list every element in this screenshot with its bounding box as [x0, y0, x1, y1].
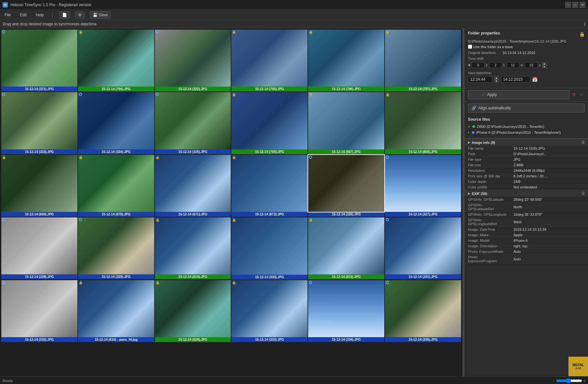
lock-icon-28: 🔒 — [232, 281, 236, 284]
image-info-header[interactable]: ▶ Image info (9) ☰ — [465, 139, 588, 146]
image-cell-29[interactable]: 15-12-14 (334).JPG — [308, 280, 384, 342]
align-auto-button[interactable]: 🔗 Align automatically — [468, 103, 585, 113]
image-cell-1[interactable]: 15-12-14 (321).JPG — [1, 30, 77, 91]
image-cell-10[interactable]: 🔒15-12-14 (708).JPG — [231, 92, 308, 154]
image-cell-17[interactable]: 15-12-14 (326).JPG — [308, 155, 384, 217]
time-up-btn[interactable]: ▲ — [494, 76, 499, 79]
toolbar-icon-btn[interactable]: 📄 — [59, 11, 70, 19]
title-bar: H Helicon TimeSync 1.0 Pro - Registered … — [0, 0, 588, 10]
time-down-btn[interactable]: ▼ — [494, 79, 499, 83]
lock-icon-4: 🔒 — [232, 30, 236, 34]
image-label-12: 15-12-14 (668).JPG — [385, 149, 461, 154]
image-label-20: 15-12-14 (329).JPG — [78, 274, 154, 279]
shift-down-btn[interactable]: ▼ — [542, 65, 547, 68]
image-cell-2[interactable]: 🔒15-12-14 (704).JPG — [78, 30, 154, 91]
time-shift-label: Time shift: — [468, 57, 585, 61]
image-grid: 15-12-14 (321).JPG🔒15-12-14 (704).JPG15-… — [1, 30, 461, 342]
image-info-table: File name15-12-14 (326).JPGPathD:\Photo\… — [465, 146, 588, 190]
app-icon: H — [3, 2, 8, 7]
image-cell-18[interactable]: 15-12-14 (327).JPG — [385, 155, 461, 217]
table-row: Image: MakeApple — [465, 232, 588, 238]
exif-info-header[interactable]: ▶ EXIF (59) ☰ — [465, 190, 588, 197]
image-label-13: 15-12-14 (669).JPG — [1, 212, 77, 217]
image-cell-15[interactable]: 🔒15-12-14 (671).JPG — [155, 155, 231, 217]
original-date-row: Original date/time 10:13:34 14.12.2015 — [468, 51, 585, 55]
image-cell-9[interactable]: 15-12-14 (325).JPG — [155, 92, 231, 154]
image-cell-28[interactable]: 🔒15-12-14 (333).JPG — [231, 280, 308, 342]
undo-btn[interactable]: ↩ — [578, 92, 585, 97]
window-controls[interactable]: ─ □ ✕ — [565, 2, 585, 8]
folder-properties-title: Folder properties — [468, 31, 500, 35]
maximize-button[interactable]: □ — [572, 2, 578, 8]
d800-expand-icon[interactable]: + — [468, 125, 470, 129]
image-cell-19[interactable]: 15-12-14 (328).JPG — [1, 217, 77, 279]
image-cell-5[interactable]: 🔒15-12-14 (706).JPG — [308, 30, 384, 91]
save-button[interactable]: 💾 Save — [90, 11, 111, 19]
shift-d-input[interactable]: 0 — [472, 62, 485, 68]
menu-edit[interactable]: Edit — [18, 11, 29, 19]
shift-h-input[interactable]: 2 — [489, 62, 502, 68]
d800-label: D800 (D:\Photo\Journeys\2015 - Tenerife\… — [477, 125, 544, 129]
image-cell-25[interactable]: 15-12-14 (332).JPG — [1, 280, 77, 342]
image-label-15: 15-12-14 (671).JPG — [155, 212, 231, 217]
image-cell-14[interactable]: 🔒15-12-14 (670).JPG — [78, 155, 154, 217]
time-spinners[interactable]: ▲ ▼ — [494, 76, 499, 83]
source-files-section: Source files + D800 (D:\Photo\Journeys\2… — [465, 115, 588, 138]
image-cell-12[interactable]: 🔒15-12-14 (668).JPG — [385, 92, 461, 154]
new-date-input[interactable]: 14.12.2015 — [501, 76, 530, 83]
use-as-base-checkbox[interactable] — [468, 45, 472, 49]
image-cell-21[interactable]: 🔒15-12-14 (614).JPG — [155, 217, 231, 279]
cancel-button[interactable]: ✕ — [569, 90, 578, 99]
calendar-icon[interactable]: 📅 — [532, 77, 538, 82]
exif-info-menu-icon[interactable]: ☰ — [581, 191, 585, 196]
image-cell-3[interactable]: 15-12-14 (322).JPG — [155, 30, 231, 91]
image-cell-30[interactable]: 15-12-14 (335).JPG — [385, 280, 461, 342]
lock-icon-30 — [386, 281, 389, 284]
close-button[interactable]: ✕ — [580, 2, 585, 8]
image-cell-20[interactable]: 15-12-14 (329).JPG — [78, 217, 154, 279]
minimize-button[interactable]: ─ — [565, 2, 571, 8]
zoom-in-btn[interactable]: + — [583, 379, 585, 383]
image-cell-4[interactable]: 🔒15-12-14 (705).JPG — [231, 30, 308, 91]
zoom-slider[interactable] — [556, 378, 582, 383]
image-cell-13[interactable]: 🔒15-12-14 (669).JPG — [1, 155, 77, 217]
image-label-22: 15-12-14 (330).JPG — [231, 275, 308, 280]
zoom-out-btn[interactable]: − — [553, 379, 554, 383]
image-cell-7[interactable]: 15-12-14 (323).JPG — [1, 92, 77, 154]
image-label-18: 15-12-14 (327).JPG — [385, 212, 461, 217]
status-bar: Ready − + — [0, 377, 588, 384]
iphone6-status-dot — [472, 131, 474, 134]
shift-s-input[interactable]: 10 — [525, 62, 538, 68]
source-item-d800[interactable]: + D800 (D:\Photo\Journeys\2015 - Tenerif… — [468, 124, 585, 130]
image-cell-26[interactable]: 🔒15-12-14 (616) - pano_hf.jpg — [78, 280, 154, 342]
menu-help[interactable]: Help — [34, 11, 46, 19]
image-cell-27[interactable]: 🔒15-12-14 (624).JPG — [155, 280, 231, 342]
table-row: Image: Orientationright, top — [465, 243, 588, 249]
image-cell-11[interactable]: 🔒15-12-14 (667).JPG — [308, 92, 384, 154]
image-info-menu-icon[interactable]: ☰ — [581, 140, 585, 144]
image-cell-24[interactable]: 15-12-14 (331).JPG — [385, 217, 461, 279]
apply-button[interactable]: ✓ Apply — [468, 90, 569, 99]
image-cell-23[interactable]: 🔒15-12-14 (615).JPG — [308, 217, 384, 279]
use-as-base-label: Use this folder as a base — [473, 45, 513, 49]
image-cell-22[interactable]: 🔒15-12-14 (330).JPG — [231, 217, 308, 279]
image-cell-6[interactable]: 🔒15-12-14 (707).JPG — [385, 30, 461, 91]
table-row: Color depth24/8 — [465, 179, 588, 185]
shift-m-input[interactable]: 11 — [506, 62, 519, 68]
image-cell-8[interactable]: 15-12-14 (324).JPG — [78, 92, 154, 154]
settings-btn[interactable]: ⚙ — [75, 11, 85, 19]
zoom-control[interactable]: − + — [553, 378, 585, 383]
source-item-iphone6[interactable]: • iPhone 6 (D:\Photo\Journeys\2015 - Ten… — [468, 130, 585, 135]
lock-icon-29 — [309, 281, 312, 284]
lock-icon-5: 🔒 — [309, 30, 313, 34]
image-grid-area[interactable]: 15-12-14 (321).JPG🔒15-12-14 (704).JPG15-… — [0, 28, 462, 377]
lock-icon-18 — [386, 156, 389, 159]
shift-up-btn[interactable]: ▲ — [542, 62, 547, 65]
iphone6-expand-icon[interactable]: • — [468, 131, 469, 134]
new-datetime-label: New date/time: — [468, 71, 585, 75]
shift-spinners[interactable]: ▲ ▼ — [542, 62, 547, 68]
image-label-25: 15-12-14 (332).JPG — [1, 337, 77, 342]
new-time-input[interactable]: 12:24:44 — [468, 76, 492, 83]
menu-file[interactable]: File — [3, 11, 13, 19]
image-cell-16[interactable]: 🔒15-12-14 (672).JPG — [231, 155, 308, 217]
